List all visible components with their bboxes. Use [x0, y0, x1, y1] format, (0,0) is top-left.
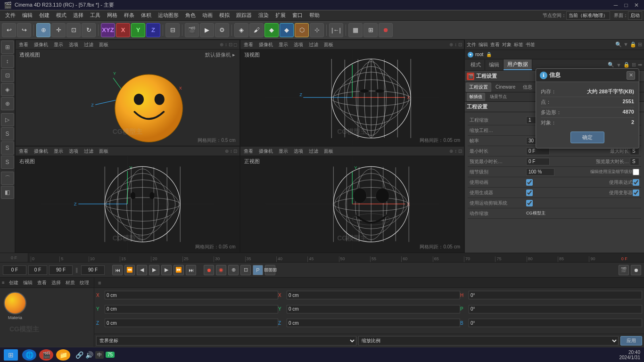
menu-simulate[interactable]: 模拟 — [216, 11, 233, 20]
tl-tool1[interactable]: 🎬 — [619, 265, 629, 275]
tool1-btn[interactable]: |←| — [329, 23, 343, 37]
menu-spline[interactable]: 样条 — [121, 11, 138, 20]
vp-top-canvas[interactable]: X Z — [240, 49, 464, 146]
prop-use-anim-check[interactable] — [526, 179, 533, 186]
vp-right-canvas[interactable]: Z Y — [16, 156, 239, 252]
key-add-btn[interactable]: ⊕ — [228, 265, 239, 275]
skip-start-btn[interactable]: ⏮ — [112, 265, 123, 275]
prop-preview-max-input[interactable] — [630, 158, 639, 165]
vp-top-camera[interactable]: 摄像机 — [257, 41, 274, 48]
sidebar-btn-11[interactable]: ◧ — [1, 186, 14, 199]
view-layout2-btn[interactable]: ⊞ — [363, 23, 378, 37]
menu-tools[interactable]: 工具 — [87, 11, 104, 20]
vp-front-options[interactable]: 选项 — [292, 148, 305, 155]
info-ok-btn[interactable]: 确定 — [570, 132, 604, 143]
viewport-right[interactable]: 查看 摄像机 显示 选项 过滤 面板 ⊕ ↕ ⊡ 右视图 CG模型主 Z — [15, 146, 240, 253]
vp-persp-camera[interactable]: 摄像机 — [33, 41, 50, 48]
menu-render[interactable]: 渲染 — [255, 11, 272, 20]
frame-start-input[interactable] — [3, 265, 26, 275]
sidebar-btn-9[interactable]: S — [1, 156, 14, 169]
sub-tab-cineware[interactable]: Cineware — [492, 83, 519, 91]
vp-persp-display[interactable]: 显示 — [52, 41, 65, 48]
sidebar-btn-8[interactable]: S — [1, 141, 14, 155]
vp-persp-filter[interactable]: 过滤 — [83, 41, 95, 48]
render-settings-btn[interactable]: ⚙ — [215, 23, 229, 37]
record-btn[interactable]: ⏺ — [379, 23, 393, 37]
prop-use-gen-check[interactable] — [526, 189, 533, 196]
coord-scale-select[interactable]: 缩放比例 — [358, 336, 619, 346]
sidebar-btn-2[interactable]: ↕ — [1, 55, 14, 68]
obj-menu-edit[interactable]: 编辑 — [479, 41, 488, 48]
interface-value[interactable]: 启动 — [628, 11, 642, 20]
coord-x-pos-input[interactable] — [105, 291, 278, 299]
rp-grid-icon[interactable]: ⊞ — [632, 62, 636, 68]
coord-b-input[interactable] — [469, 319, 642, 327]
mat-menu-select[interactable]: 选择 — [50, 280, 62, 286]
rp-lock-icon[interactable]: 🔒 — [623, 62, 630, 68]
mat-menu-material[interactable]: 材质 — [64, 280, 76, 286]
sub-tab-info[interactable]: 信息 — [520, 82, 536, 92]
coord-sy-input[interactable] — [287, 305, 460, 313]
rp-arrow-icon[interactable]: ➡ — [638, 62, 642, 68]
next-frame-btn[interactable]: ▶ — [161, 265, 172, 275]
taskbar-start-btn[interactable]: ⊞ — [4, 349, 18, 361]
rotate-tool-btn[interactable]: ↻ — [82, 23, 96, 37]
frame-end-input[interactable] — [49, 265, 73, 275]
key-del-btn[interactable]: ⊡ — [240, 265, 251, 275]
mat-menu-edit[interactable]: 编辑 — [22, 280, 34, 286]
rp-tab-edit[interactable]: 编辑 — [485, 59, 504, 70]
sidebar-btn-5[interactable]: ⊕ — [1, 97, 14, 110]
record-btn[interactable]: ⏺ — [204, 265, 214, 275]
menu-volume[interactable]: 体积 — [138, 11, 155, 20]
brush-btn[interactable]: 🖌 — [249, 23, 264, 37]
coord-hx-input[interactable] — [469, 291, 642, 299]
coord-y-pos-input[interactable] — [105, 305, 278, 313]
sidebar-btn-1[interactable]: ⊞ — [1, 41, 14, 54]
vp-persp-options[interactable]: 选项 — [67, 41, 80, 48]
obj-menu-view[interactable]: 查看 — [490, 41, 500, 48]
prop-use-deform-check[interactable] — [633, 189, 639, 196]
node-space-value[interactable]: 当前（标准/物理） — [566, 11, 610, 20]
rp-tab-user[interactable]: 用户数据 — [504, 59, 532, 70]
info-dialog-close-btn[interactable]: ✕ — [627, 71, 635, 80]
obj-menu-object[interactable]: 对象 — [502, 41, 512, 48]
coord-sx-input[interactable] — [287, 291, 460, 299]
sub-tab-frame-interp[interactable]: 帧插值 — [467, 93, 485, 101]
tl-tool2[interactable]: ⏺ — [631, 265, 641, 275]
menu-animate[interactable]: 动画 — [199, 11, 216, 20]
sidebar-btn-4[interactable]: ◈ — [1, 83, 14, 96]
coord-sz-input[interactable] — [287, 319, 460, 327]
play-btn[interactable]: ▶ — [149, 265, 159, 275]
rp-search-icon[interactable]: 🔍 — [608, 62, 614, 68]
color1-btn[interactable]: ◆ — [264, 23, 279, 37]
close-btn[interactable]: ✕ — [633, 1, 640, 9]
sidebar-btn-7[interactable]: S — [1, 127, 14, 140]
vp-front-camera[interactable]: 摄像机 — [257, 148, 274, 155]
mat-menu-view[interactable]: 查看 — [36, 280, 48, 286]
prev-frame-btn[interactable]: ◀ — [137, 265, 147, 275]
sub-tab-project-settings[interactable]: 工程设置 — [466, 82, 491, 92]
vp-right-display[interactable]: 显示 — [52, 148, 65, 155]
vp-front-expand[interactable]: ⊕ ↕ ⊡ — [449, 148, 462, 154]
viewport-perspective[interactable]: 查看 摄像机 显示 选项 过滤 面板 ⊕ ↕ ⊡ ◻ 透视视图 默认摄像机 ▸ … — [15, 40, 240, 146]
scale-tool-btn[interactable]: ⊡ — [66, 23, 81, 37]
prop-editor-lod-check[interactable] — [633, 169, 639, 175]
object-mode-btn[interactable]: ⊟ — [165, 23, 180, 37]
coord-apply-btn[interactable]: 应用 — [620, 336, 642, 346]
vp-top-options[interactable]: 选项 — [292, 41, 305, 48]
menu-window[interactable]: 窗口 — [289, 11, 306, 20]
rp-tab-mode[interactable]: 模式 — [467, 59, 485, 70]
vp-top-filter[interactable]: 过滤 — [307, 41, 320, 48]
menu-extend[interactable]: 扩展 — [272, 11, 289, 20]
taskbar-app-cinema4d[interactable]: 🎬 — [39, 349, 53, 361]
sidebar-btn-3[interactable]: ⊡ — [1, 69, 14, 82]
taskbar-app-browser[interactable]: 🌐 — [22, 349, 36, 361]
vp-front-look[interactable]: 查看 — [242, 148, 255, 155]
menu-create[interactable]: 创建 — [36, 11, 53, 20]
prop-use-motion-check[interactable] — [526, 200, 533, 206]
select-tool-btn[interactable]: ⊕ — [36, 23, 50, 37]
step-back-btn[interactable]: ⏪ — [124, 265, 135, 275]
taskbar-app-files[interactable]: 📁 — [56, 349, 70, 361]
vp-persp-look[interactable]: 查看 — [17, 41, 30, 48]
sidebar-btn-10[interactable]: ⌒ — [1, 172, 14, 185]
